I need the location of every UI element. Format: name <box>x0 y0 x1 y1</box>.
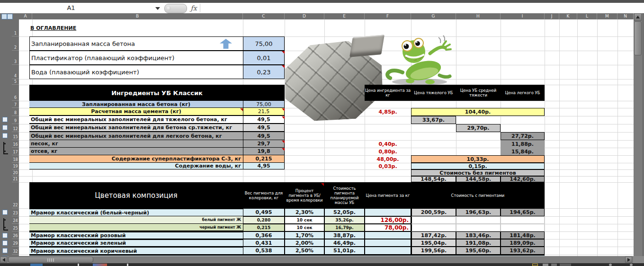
col-header-pigment-price-kg[interactable]: Цена пигмента за кг <box>365 182 411 208</box>
pigment-percent[interactable]: 2,50% <box>285 247 324 255</box>
pigment-price[interactable] <box>365 247 411 255</box>
col-header-N[interactable]: N <box>617 13 634 19</box>
pigments-title[interactable]: Цветовая композиция <box>29 182 243 208</box>
col-header-K[interactable]: K <box>559 13 577 19</box>
total-heavy[interactable]: 200,59р. <box>411 208 456 216</box>
total-medium[interactable]: 196,63р. <box>456 208 501 216</box>
total-light[interactable]: 194,65р. <box>501 208 545 216</box>
chevron-down-icon[interactable] <box>155 7 160 10</box>
scroll-up-button[interactable] <box>634 13 642 21</box>
pigment-cost[interactable]: 46,49р. <box>324 239 365 247</box>
component-price[interactable]: 126,00р. <box>365 216 411 224</box>
row-value[interactable]: 4,95 <box>243 163 285 169</box>
vertical-scrollbar[interactable] <box>634 13 642 256</box>
row-header[interactable]: 23 <box>12 208 19 216</box>
row-header[interactable]: 15 <box>12 132 19 140</box>
outline-expand-button[interactable] <box>2 125 8 130</box>
component-weight[interactable]: 0,280 <box>243 216 285 224</box>
pigment-weight[interactable]: 0,538 <box>243 247 285 255</box>
col-header-pigment-percent[interactable]: Процент пигмента в УБ/время колеровки <box>285 182 324 208</box>
component-time[interactable]: 10 сек <box>285 216 324 224</box>
col-header-pigment-cost[interactable]: Стоимость пигмента планируемой массы УБ <box>324 182 365 208</box>
row-header[interactable]: 1 <box>12 19 19 36</box>
taskbar-icon[interactable] <box>543 264 548 266</box>
row-header[interactable]: 29 <box>12 239 19 247</box>
pigment-cost[interactable]: 51,01р. <box>324 247 365 255</box>
price-cell[interactable]: 33,67р. <box>411 116 456 124</box>
row-value[interactable]: 21,5 <box>243 108 285 116</box>
taskbar-icon[interactable] <box>532 264 538 266</box>
col-header-price-per-kg[interactable]: Цена ингредиента за кг <box>365 85 411 101</box>
price-cell[interactable]: 27,72р. <box>501 132 545 140</box>
row-header[interactable]: 22 <box>12 182 19 208</box>
col-header-B[interactable]: B <box>32 13 243 19</box>
subtotal-value[interactable]: 144,58р. <box>456 176 501 182</box>
row-label[interactable]: Содержание суперпластификатора С-3, кг <box>29 155 243 163</box>
outline-expand-button[interactable] <box>2 133 8 138</box>
price-cell[interactable]: 11,88р. <box>501 140 545 148</box>
component-time[interactable]: 10 сек <box>285 224 324 231</box>
taskbar-icon[interactable] <box>551 264 557 266</box>
col-header-G[interactable]: G <box>411 13 456 19</box>
row-header[interactable]: 6 <box>12 85 19 101</box>
price-cell[interactable]: 0,40р. <box>365 140 411 148</box>
col-header-I[interactable]: I <box>501 13 545 19</box>
param-value[interactable]: 0,01 <box>243 51 285 65</box>
price-cell[interactable]: 0,03р. <box>365 163 411 169</box>
row-header[interactable]: 16 <box>12 140 19 148</box>
row-header[interactable]: 3 <box>12 51 19 65</box>
name-box[interactable]: A1 <box>0 3 163 13</box>
pigment-cost[interactable]: 52,05р. <box>324 208 365 216</box>
row-value[interactable]: 75,00 <box>243 101 285 108</box>
row-header[interactable]: 20 <box>12 169 19 176</box>
row-value[interactable]: 49,5 <box>243 132 285 140</box>
price-cell[interactable]: 0,15р. <box>411 163 545 169</box>
sheet-grid[interactable]: В ОГЛАВЛЕНИЕ Запланированная масса бетон… <box>19 19 634 257</box>
toc-link[interactable]: В ОГЛАВЛЕНИЕ <box>30 22 125 34</box>
horizontal-scrollbar[interactable] <box>0 256 644 263</box>
component-cost[interactable]: 16,79р. <box>324 224 365 231</box>
pigment-weight[interactable]: 0,366 <box>243 231 285 239</box>
row-label[interactable]: отсев, кг <box>29 148 243 155</box>
row-header[interactable]: 9 <box>12 116 19 124</box>
pigment-price[interactable] <box>365 231 411 239</box>
pigment-price[interactable] <box>365 239 411 247</box>
vertical-scroll-thumb[interactable] <box>634 21 642 55</box>
pigment-weight[interactable]: 0,495 <box>243 208 285 216</box>
fx-icon[interactable]: ƒx <box>188 3 199 13</box>
pigment-component-label[interactable]: черный пигмент Ж <box>29 224 243 231</box>
pigment-percent[interactable]: 2,00% <box>285 239 324 247</box>
scroll-left-button[interactable] <box>0 257 7 263</box>
pigment-label[interactable]: Мрамор классический зеленый <box>29 239 243 247</box>
row-value[interactable]: 19,8 <box>243 148 285 155</box>
row-header[interactable]: 18 <box>12 155 19 163</box>
col-header-light-price[interactable]: Цена легкого УБ <box>501 85 545 101</box>
pigment-component-label[interactable]: белый пигмент Ж <box>29 216 243 224</box>
row-label[interactable]: Общий вес минеральных заполнителей для б… <box>29 124 243 132</box>
pigment-price[interactable] <box>365 208 411 216</box>
outline-expand-button[interactable] <box>2 117 8 122</box>
subtotal-value[interactable]: 148,54р. <box>411 176 456 182</box>
pigment-percent[interactable]: 2,30% <box>285 208 324 216</box>
col-header-cost-with-pigments[interactable]: Стоимость с пигментами <box>411 182 545 208</box>
cell-reference[interactable]: A1 <box>0 3 142 13</box>
col-header-J[interactable]: J <box>545 13 559 19</box>
price-cell[interactable]: 4,85р. <box>365 108 411 116</box>
col-header-D[interactable]: D <box>285 13 324 19</box>
total-light[interactable]: 193,62р. <box>501 247 545 255</box>
price-cell[interactable]: 104,40р. <box>411 108 545 116</box>
row-header[interactable]: 4 <box>12 65 19 79</box>
price-cell[interactable]: 15,84р. <box>501 148 545 155</box>
row-label[interactable]: Расчетная масса цемента (кг) <box>29 108 243 116</box>
param-value[interactable]: 0,23 <box>243 65 285 79</box>
taskbar-icon[interactable] <box>93 264 107 266</box>
col-header-heavy-price[interactable]: Цена тяжелого УБ <box>411 85 456 101</box>
col-header-medium-price[interactable]: Цена УБ средней тяжести <box>456 85 501 101</box>
total-medium[interactable]: 191,08р. <box>456 239 501 247</box>
horizontal-scroll-thumb[interactable] <box>8 257 93 263</box>
row-header[interactable]: 32 <box>12 247 19 255</box>
total-medium[interactable]: 195,60р. <box>456 247 501 255</box>
formula-bar-handle[interactable] <box>164 4 187 13</box>
total-light[interactable]: 181,48р. <box>501 231 545 239</box>
row-label[interactable]: Содержание воды, кг <box>29 163 243 169</box>
